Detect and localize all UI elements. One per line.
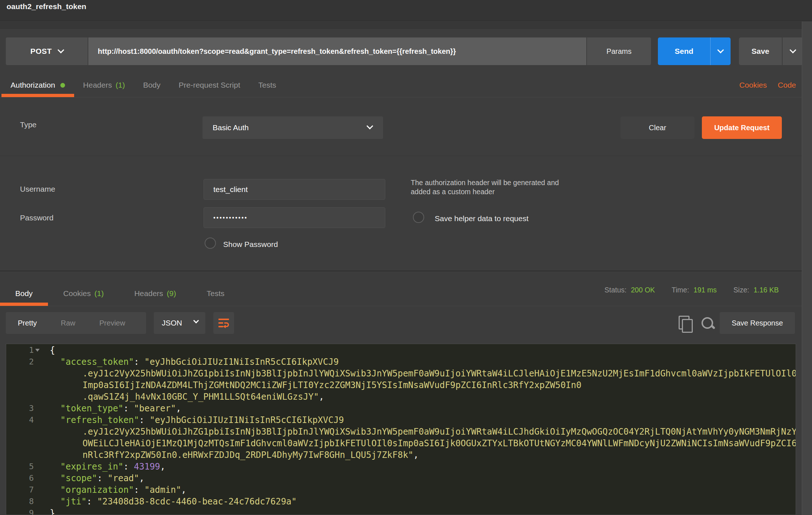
code-link[interactable]: Code (778, 81, 796, 89)
divider (0, 97, 812, 97)
request-tab-headers[interactable]: Headers(1) (74, 73, 134, 97)
send-split-button: Send (658, 37, 731, 65)
code-line: .eyJ1c2VyX25hbWUiOiJhZG1pbiIsInNjb3BlIjp… (6, 426, 796, 438)
tab-count-badge: (1) (95, 289, 104, 298)
line-number: 6 (6, 472, 44, 484)
url-text: http://host1:8000/oauth/token?scope=read… (98, 47, 456, 56)
tab-label: Headers (83, 81, 112, 89)
url-input[interactable]: http://host1:8000/oauth/token?scope=read… (88, 37, 586, 65)
section-divider (0, 271, 812, 271)
request-tab-body[interactable]: Body (134, 73, 170, 97)
code-text: "access_token": "eyJhbGciOiJIUzI1NiIsInR… (44, 356, 339, 368)
code-text: { (44, 344, 55, 356)
copy-icon[interactable] (679, 316, 692, 332)
time-value: 191 ms (694, 286, 717, 294)
params-label: Params (607, 47, 632, 56)
code-text: "scope": "read", (44, 472, 144, 484)
line-number: 9 (6, 507, 44, 515)
code-lines: 1{2"access_token": "eyJhbGciOiJIUzI1NiIs… (6, 344, 796, 515)
method-label: POST (30, 47, 52, 56)
code-line: OWEiLCJleHAiOjE1MzQ1MjQzMTQsImF1dGhvcml0… (6, 438, 796, 449)
size-value: 1.16 KB (753, 286, 779, 294)
fold-triangle-icon[interactable] (35, 349, 40, 352)
username-value: test_client (213, 185, 248, 194)
wrap-text-icon (218, 318, 230, 328)
response-tab-headers[interactable]: Headers(9) (119, 281, 191, 306)
request-tab-authorization[interactable]: Authorization (1, 73, 74, 97)
code-line: .eyJ1c2VyX25hbWUiOiJhZG1pbiIsInNjb3BlIjp… (6, 368, 796, 379)
request-tab-pre-request-script[interactable]: Pre-request Script (170, 73, 249, 97)
auth-type-value: Basic Auth (213, 116, 249, 139)
update-request-label: Update Request (714, 124, 769, 132)
tab-label: Pre-request Script (179, 81, 240, 89)
window-scrollbar[interactable] (802, 21, 812, 515)
response-tab-tests[interactable]: Tests (191, 281, 240, 306)
tab-count-badge: (9) (167, 289, 176, 298)
tab-count-badge: (1) (116, 81, 125, 89)
chevron-down-icon (366, 123, 373, 129)
send-label: Send (675, 47, 693, 56)
line-number: 2 (6, 356, 44, 368)
line-number (6, 426, 44, 438)
view-mode-raw[interactable]: Raw (49, 319, 87, 327)
save-options-button[interactable] (782, 37, 803, 65)
line-number: 3 (6, 403, 44, 414)
response-format-dropdown[interactable]: JSON (154, 312, 205, 334)
request-tabs: AuthorizationHeaders(1)BodyPre-request S… (1, 73, 285, 97)
chevron-down-icon (193, 318, 199, 324)
send-options-button[interactable] (710, 37, 731, 65)
show-password-radio[interactable] (205, 237, 216, 249)
clear-button[interactable]: Clear (620, 116, 695, 139)
save-button[interactable]: Save (739, 37, 782, 65)
request-title: oauth2_refresh_token (7, 2, 86, 11)
password-field[interactable]: ••••••••••• (204, 207, 385, 228)
save-helper-radio[interactable] (413, 212, 424, 223)
tab-label: Headers (134, 289, 163, 298)
cookies-link[interactable]: Cookies (739, 81, 767, 89)
divider (0, 306, 812, 306)
send-button[interactable]: Send (658, 37, 710, 65)
search-icon[interactable] (701, 316, 716, 332)
tab-label: Body (143, 81, 161, 89)
line-number (6, 368, 44, 379)
code-line: 8"jti": "23408d38-8cdc-4460-beac-24c76dc… (6, 496, 796, 507)
chevron-down-icon (789, 47, 796, 53)
tab-label: Tests (206, 289, 224, 298)
line-number (6, 379, 44, 391)
code-text: "jti": "23408d38-8cdc-4460-beac-24c76dc7… (44, 496, 297, 507)
username-field[interactable]: test_client (204, 179, 385, 200)
update-request-button[interactable]: Update Request (702, 116, 782, 139)
auth-helper-note: The authorization header will be generat… (411, 178, 559, 196)
request-tab-tests[interactable]: Tests (249, 73, 285, 97)
status-label: Status: (604, 286, 627, 294)
auth-type-dropdown[interactable]: Basic Auth (202, 116, 383, 139)
method-dropdown[interactable]: POST (6, 37, 88, 65)
time-label: Time: (672, 286, 689, 294)
line-number: 7 (6, 484, 44, 496)
line-number: 1 (6, 344, 44, 356)
method-url-group: POST http://host1:8000/oauth/token?scope… (6, 37, 651, 65)
password-label: Password (20, 213, 53, 222)
response-status-bar: Status: 200 OK Time: 191 ms Size: 1.16 K… (604, 286, 796, 294)
response-view-toggle: PrettyRawPreview (6, 312, 146, 334)
code-line: 3"token_type": "bearer", (6, 403, 796, 414)
password-masked-value: ••••••••••• (213, 215, 248, 221)
code-text: "refresh_token": "eyJhbGciOiJIUzI1NiIsIn… (44, 414, 344, 426)
code-line: 6"scope": "read", (6, 472, 796, 484)
params-button[interactable]: Params (586, 37, 651, 65)
response-tab-body[interactable]: Body (0, 281, 48, 306)
status-value: 200 OK (631, 286, 655, 294)
response-tab-cookies[interactable]: Cookies(1) (48, 281, 119, 306)
wrap-text-button[interactable] (213, 312, 234, 334)
save-response-button[interactable]: Save Response (720, 312, 795, 334)
auth-helper-note-line2: added as a custom header (411, 187, 559, 196)
response-body-editor[interactable]: 1{2"access_token": "eyJhbGciOiJIUzI1NiIs… (6, 344, 796, 515)
view-mode-pretty[interactable]: Pretty (6, 319, 49, 327)
chevron-down-icon (57, 47, 64, 53)
view-mode-preview[interactable]: Preview (87, 319, 137, 327)
line-number (6, 449, 44, 461)
time-pair: Time: 191 ms (672, 286, 717, 294)
window-titlebar: oauth2_refresh_token (0, 0, 812, 21)
code-line: 9} (6, 507, 796, 515)
line-number: 5 (6, 461, 44, 472)
